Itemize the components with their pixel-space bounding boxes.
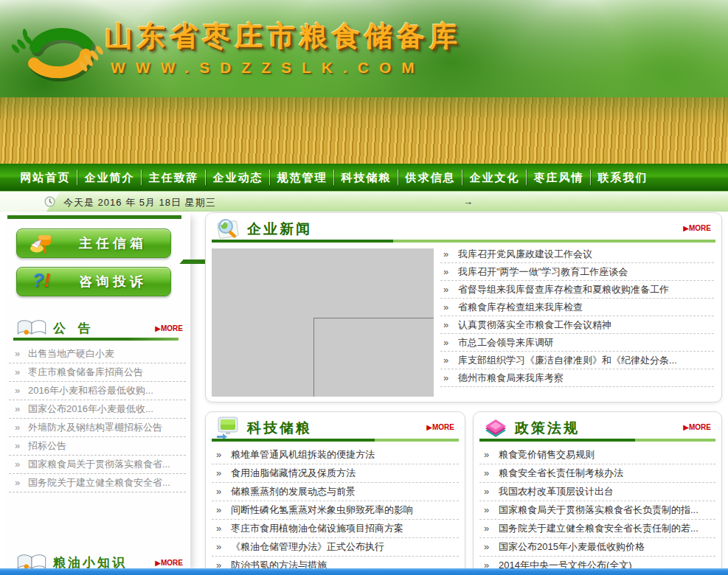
tech-list: »粮堆单管通风机组拆装的便捷方法 »食用油脂储藏情况及保质方法 »储粮熏蒸剂的发… — [212, 446, 459, 575]
notice-item[interactable]: »2016年小麦和稻谷最低收购... — [9, 382, 186, 400]
news-item[interactable]: »认真贯彻落实全市粮食工作会议精神 — [440, 316, 714, 334]
nav-item-standard-management[interactable]: 规范管理 — [270, 164, 334, 191]
monitor-icon — [215, 416, 241, 439]
policy-title: 政策法规 — [515, 419, 580, 438]
nav-item-director-speech[interactable]: 主任致辞 — [142, 164, 206, 191]
notice-underline — [13, 338, 178, 341]
policy-item[interactable]: »国家公布2015年小麦最低收购价格 — [479, 538, 715, 557]
news-more-link[interactable]: ▶MORE — [683, 224, 711, 232]
notice-item[interactable]: »外墙防水及钢结构罩棚招标公告 — [9, 419, 186, 437]
policy-list: »粮食竞价销售交易规则 »粮食安全省长责任制考核办法 »我国农村改革顶层设计出台… — [479, 446, 715, 575]
more-arrow-icon: ▶ — [683, 423, 689, 431]
open-book-icon — [16, 318, 47, 338]
news-item[interactable]: »德州市粮食局来我库考察 — [440, 369, 714, 387]
tech-item[interactable]: »粮堆单管通风机组拆装的便捷方法 — [212, 446, 459, 464]
more-arrow-icon: ▶ — [155, 559, 161, 567]
news-title: 企业新闻 — [247, 220, 312, 239]
site-url: WWW.SDZZSLK.COM — [111, 59, 425, 77]
consult-complaint-button[interactable]: ?! 咨询投诉 — [16, 267, 171, 296]
news-item[interactable]: »省督导组来我库督查库存检查和夏粮收购准备工作 — [440, 281, 714, 299]
notice-list: »出售当地产硬白小麦 »枣庄市粮食储备库招商公告 »2016年小麦和稻谷最低收购… — [9, 345, 186, 492]
policy-item[interactable]: »国务院关于建立健全粮食安全省长责任制的若... — [479, 520, 715, 538]
magnifier-news-icon — [215, 217, 241, 240]
question-exclaim-icon: ?! — [29, 269, 54, 294]
sidebar-top-bar — [7, 215, 181, 219]
site-title: 山东省枣庄市粮食储备库 — [105, 18, 462, 55]
more-arrow-icon: ▶ — [426, 423, 432, 431]
page: 山东省枣庄市粮食储备库 WWW.SDZZSLK.COM 网站首页 企业简介 主任… — [0, 0, 728, 575]
tech-item[interactable]: »间断性磷化氢熏蒸对米象虫卵致死率的影响 — [212, 501, 459, 520]
tech-item[interactable]: »《粮油仓储管理办法》正式公布执行 — [212, 538, 459, 557]
tech-storage-panel: 科技储粮 ▶MORE »粮堆单管通风机组拆装的便捷方法 »食用油脂储藏情况及保质… — [205, 411, 465, 575]
director-mailbox-label: 主任信箱 — [79, 229, 147, 257]
placeholder-line — [313, 318, 314, 397]
news-item[interactable]: »库支部组织学习《廉洁自律准则》和《纪律处分条... — [440, 352, 714, 369]
marquee-arrow-icon: → — [463, 196, 473, 207]
notice-item[interactable]: »枣庄市粮食储备库招商公告 — [9, 363, 186, 382]
notice-item[interactable]: »招标公告 — [9, 437, 186, 456]
more-arrow-icon: ▶ — [155, 324, 161, 332]
date-bar: 今天是 2016 年 5月 18日 星期三 → — [0, 191, 728, 212]
notice-title: 公 告 — [53, 320, 95, 337]
news-image-placeholder[interactable] — [212, 248, 434, 397]
news-underline — [212, 240, 715, 243]
notice-more-link[interactable]: ▶MORE — [155, 324, 183, 332]
notice-item[interactable]: »国家公布2016年小麦最低收... — [9, 400, 186, 419]
tech-item[interactable]: »枣庄市食用植物油仓储设施项目招商方案 — [212, 520, 459, 538]
nav-item-company-profile[interactable]: 企业简介 — [77, 164, 142, 191]
notice-section-header: 公 告 ▶MORE — [6, 317, 190, 339]
nav-item-company-culture[interactable]: 企业文化 — [462, 164, 527, 191]
clock-icon — [44, 196, 55, 207]
policy-item[interactable]: »粮食安全省长责任制考核办法 — [479, 464, 715, 483]
tech-item[interactable]: »储粮熏蒸剂的发展动态与前景 — [212, 483, 459, 501]
current-date-text: 今天是 2016 年 5月 18日 星期三 — [63, 196, 216, 209]
nav-item-zaozhuang-charm[interactable]: 枣庄风情 — [527, 164, 591, 191]
policy-item[interactable]: »粮食竞价销售交易规则 — [479, 446, 715, 464]
policy-underline — [479, 439, 715, 442]
tech-more-link[interactable]: ▶MORE — [426, 423, 454, 431]
nav-item-supply-demand[interactable]: 供求信息 — [398, 164, 462, 191]
news-list: »我库召开党风廉政建设工作会议 »我库召开"两学一做"学习教育工作座谈会 »省督… — [440, 245, 714, 387]
notice-item[interactable]: »国务院关于建立健全粮食安全省... — [9, 474, 186, 492]
grain-logo-icon — [12, 15, 108, 87]
header-banner: 山东省枣庄市粮食储备库 WWW.SDZZSLK.COM — [0, 0, 728, 164]
notice-item[interactable]: »国家粮食局关于贯彻落实粮食省... — [9, 456, 186, 474]
policy-item[interactable]: »我国农村改革顶层设计出台 — [479, 483, 715, 501]
nav-item-contact[interactable]: 联系我们 — [591, 164, 655, 191]
main-nav: 网站首页 企业简介 主任致辞 企业动态 规范管理 科技储粮 供求信息 企业文化 … — [0, 164, 728, 191]
grain-knowledge-more-link[interactable]: ▶MORE — [155, 559, 183, 567]
tech-item[interactable]: »食用油脂储藏情况及保质方法 — [212, 464, 459, 483]
mailbox-icon — [29, 231, 54, 256]
wheat-field-image — [0, 97, 728, 164]
policy-book-icon — [482, 416, 509, 439]
sidebar: 主任信箱 ?! 咨询投诉 公 告 ▶MORE »出售当地产硬白小麦 »枣庄市粮食… — [6, 212, 190, 575]
more-arrow-icon: ▶ — [683, 224, 689, 232]
tech-underline — [212, 439, 459, 442]
nav-item-company-news[interactable]: 企业动态 — [206, 164, 270, 191]
director-mailbox-button[interactable]: 主任信箱 — [16, 229, 171, 258]
nav-item-tech-storage[interactable]: 科技储粮 — [334, 164, 398, 191]
notice-item[interactable]: »出售当地产硬白小麦 — [9, 345, 186, 363]
news-item[interactable]: »我库召开"两学一做"学习教育工作座谈会 — [440, 263, 714, 281]
policy-more-link[interactable]: ▶MORE — [683, 423, 711, 431]
consult-complaint-label: 咨询投诉 — [79, 268, 147, 296]
tech-title: 科技储粮 — [247, 419, 312, 438]
policy-item[interactable]: »国家粮食局关于贯彻落实粮食省长负责制的指... — [479, 501, 715, 520]
policy-panel: 政策法规 ▶MORE »粮食竞价销售交易规则 »粮食安全省长责任制考核办法 »我… — [473, 411, 722, 575]
news-panel: 企业新闻 ▶MORE »我库召开党风廉政建设工作会议 »我库召开"两学一做"学习… — [205, 212, 722, 402]
news-item[interactable]: »省粮食库存检查组来我库检查 — [440, 299, 714, 316]
news-item[interactable]: »市总工会领导来库调研 — [440, 334, 714, 352]
nav-item-home[interactable]: 网站首页 — [13, 164, 77, 191]
placeholder-line — [313, 318, 434, 318]
news-item[interactable]: »我库召开党风廉政建设工作会议 — [440, 245, 714, 263]
bottom-blue-bar — [0, 568, 728, 575]
